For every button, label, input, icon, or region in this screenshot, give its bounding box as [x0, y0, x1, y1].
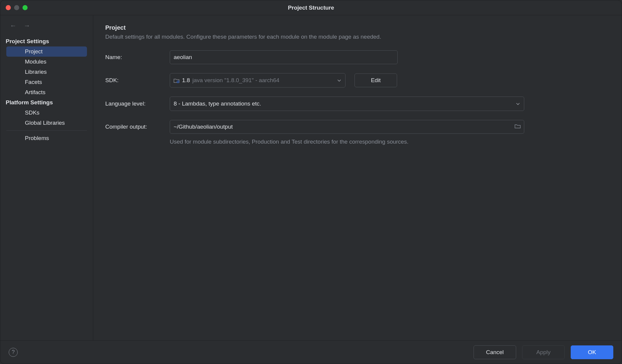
- sidebar-item-modules[interactable]: Modules: [6, 57, 87, 67]
- sidebar-item-label: Modules: [6, 57, 87, 67]
- compiler-output-hint: Used for module subdirectories, Producti…: [170, 139, 610, 145]
- chevron-down-icon: [516, 101, 520, 106]
- project-name-input[interactable]: [170, 50, 398, 64]
- compiler-output-wrap: [170, 120, 524, 134]
- sdk-dropdown[interactable]: 1.8 java version "1.8.0_391" - aarch64: [170, 73, 345, 88]
- apply-button[interactable]: Apply: [522, 345, 565, 359]
- language-level-value: 8 - Lambdas, type annotations etc.: [174, 100, 261, 107]
- sdk-value-detail: java version "1.8.0_391" - aarch64: [192, 77, 279, 84]
- nav-history: ← →: [0, 19, 93, 36]
- sidebar-section-project-settings: Project Settings: [0, 36, 93, 46]
- browse-folder-icon[interactable]: [515, 124, 521, 130]
- dialog-footer: ? Cancel Apply OK: [0, 340, 622, 364]
- sidebar-item-label: Global Libraries: [6, 118, 87, 128]
- page-title: Project: [105, 24, 610, 31]
- sidebar-item-label: Libraries: [6, 67, 87, 77]
- ok-button[interactable]: OK: [571, 345, 613, 359]
- compiler-output-label: Compiler output:: [105, 124, 170, 130]
- maximize-window-button[interactable]: [22, 5, 28, 10]
- language-level-row: Language level: 8 - Lambdas, type annota…: [105, 97, 610, 111]
- sidebar-item-label: Facets: [6, 77, 87, 87]
- sidebar-item-label: Project: [6, 46, 87, 57]
- sidebar-item-global-libraries[interactable]: Global Libraries: [6, 118, 87, 128]
- language-level-dropdown[interactable]: 8 - Lambdas, type annotations etc.: [170, 97, 524, 111]
- dialog-body: ← → Project Settings Project Modules Lib…: [0, 15, 622, 340]
- sdk-label: SDK:: [105, 77, 170, 84]
- sidebar-section-platform-settings: Platform Settings: [0, 97, 93, 108]
- compiler-output-input[interactable]: [170, 120, 524, 134]
- sidebar-list-project-settings: Project Modules Libraries Facets Artifac…: [0, 46, 93, 97]
- window-controls: [6, 5, 28, 10]
- sidebar-item-project[interactable]: Project: [6, 46, 87, 57]
- sidebar-item-label: SDKs: [6, 108, 87, 118]
- window-title: Project Structure: [288, 4, 334, 11]
- sdk-value-prefix: 1.8: [182, 77, 190, 84]
- sidebar-item-problems[interactable]: Problems: [6, 133, 87, 143]
- sidebar-item-libraries[interactable]: Libraries: [6, 67, 87, 77]
- page-subtitle: Default settings for all modules. Config…: [105, 34, 610, 40]
- nav-back-icon[interactable]: ←: [9, 21, 18, 30]
- name-label: Name:: [105, 54, 170, 61]
- sidebar-item-label: Artifacts: [6, 87, 87, 97]
- help-icon[interactable]: ?: [9, 348, 18, 357]
- sdk-row: SDK: 1.8 java version "1.8.0_391" - aarc…: [105, 73, 610, 88]
- titlebar: Project Structure: [0, 0, 622, 15]
- close-window-button[interactable]: [6, 5, 11, 10]
- sidebar-list-platform-settings: SDKs Global Libraries: [0, 108, 93, 128]
- minimize-window-button[interactable]: [14, 5, 19, 10]
- sidebar-divider: [6, 130, 87, 131]
- sidebar-list-problems: Problems: [0, 133, 93, 143]
- chevron-down-icon: [337, 78, 341, 83]
- sidebar-item-sdks[interactable]: SDKs: [6, 108, 87, 118]
- main-panel: Project Default settings for all modules…: [93, 15, 622, 340]
- language-level-label: Language level:: [105, 100, 170, 107]
- nav-forward-icon[interactable]: →: [22, 21, 31, 30]
- cancel-button[interactable]: Cancel: [474, 345, 516, 359]
- name-row: Name:: [105, 50, 610, 64]
- sidebar-item-facets[interactable]: Facets: [6, 77, 87, 87]
- project-structure-window: Project Structure ← → Project Settings P…: [0, 0, 622, 364]
- sidebar: ← → Project Settings Project Modules Lib…: [0, 15, 93, 340]
- sidebar-item-artifacts[interactable]: Artifacts: [6, 87, 87, 97]
- edit-sdk-button[interactable]: Edit: [354, 73, 397, 87]
- compiler-output-row: Compiler output:: [105, 120, 610, 134]
- sdk-folder-icon: [174, 78, 180, 83]
- sidebar-item-label: Problems: [6, 133, 87, 143]
